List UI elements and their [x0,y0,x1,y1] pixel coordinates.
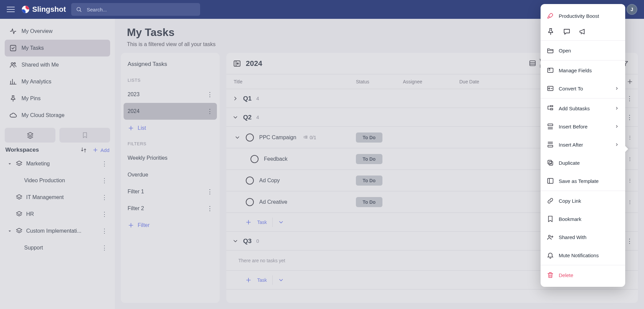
filters-header: FILTERS [124,137,217,150]
filter-1[interactable]: Filter 1 ⋮ [124,183,217,200]
svg-point-5 [11,63,13,65]
workspace-marketing[interactable]: Marketing ⋮ [5,155,110,172]
workspace-label: Video Production [24,178,65,184]
ctx-duplicate[interactable]: Duplicate [541,154,625,172]
chevron-down-icon[interactable] [278,277,284,283]
status-circle[interactable] [246,177,254,185]
pin-icon[interactable] [547,28,555,36]
workspace-custom-implementation[interactable]: Custom Implementati... ⋮ [5,223,110,239]
nav-my-overview[interactable]: My Overview [5,23,110,40]
workspace-label: Custom Implementati... [26,228,82,234]
svg-rect-13 [548,145,553,147]
ctx-convert-to[interactable]: Convert To [541,79,625,98]
status-chip[interactable]: To Do [356,154,382,164]
nav-my-pins[interactable]: My Pins [5,90,110,107]
menu-toggle[interactable] [7,5,16,14]
status-chip[interactable]: To Do [356,176,382,186]
more-icon[interactable]: ⋮ [207,205,213,212]
more-icon[interactable]: ⋮ [207,108,213,115]
task-title: Ad Creative [259,199,287,205]
ctx-insert-before[interactable]: Insert Before [541,117,625,136]
sort-icon[interactable] [80,147,87,153]
sidebar-layers-button[interactable] [5,128,55,143]
chevron-down-icon[interactable] [234,134,240,141]
more-icon[interactable]: ⋮ [207,91,213,98]
nav-label: My Tasks [21,45,44,51]
filter-overdue[interactable]: Overdue [124,166,217,183]
workspace-support[interactable]: Support ⋮ [5,239,110,256]
svg-point-1 [25,8,27,10]
activity-icon [9,28,17,35]
trash-icon [547,271,554,279]
search-input[interactable] [86,6,195,13]
layers-icon [15,194,23,201]
ctx-label: Copy Link [559,198,581,204]
ctx-manage-fields[interactable]: Manage Fields [541,61,625,79]
nav-my-cloud-storage[interactable]: My Cloud Storage [5,107,110,124]
add-workspace-button[interactable]: Add [92,147,109,153]
more-icon[interactable]: ⋮ [207,188,213,195]
nav-my-tasks[interactable]: My Tasks [5,40,110,56]
workspaces-heading: Workspaces [5,147,39,153]
add-filter-button[interactable]: Filter [124,217,217,234]
workspace-it-management[interactable]: IT Management ⋮ [5,189,110,206]
ctx-open[interactable]: Open [541,41,625,60]
status-chip[interactable]: To Do [356,132,382,143]
ctx-mute-notifications[interactable]: Mute Notifications [541,246,625,264]
sidebar-bookmark-button[interactable] [59,128,110,143]
global-search[interactable] [71,3,200,16]
workspace-hr[interactable]: HR ⋮ [5,206,110,223]
brand-logo[interactable]: Slingshot [21,5,66,14]
lists-header: LISTS [124,73,217,86]
shared-icon [547,233,554,241]
section-count: 4 [256,95,259,101]
ctx-save-as-template[interactable]: Save as Template [541,172,625,190]
more-icon[interactable]: ⋮ [627,114,633,121]
more-icon[interactable]: ⋮ [101,210,107,218]
nav-shared-with-me[interactable]: Shared with Me [5,56,110,73]
ctx-insert-after[interactable]: Insert After [541,136,625,154]
task-title: Feedback [264,156,287,162]
col-due: Due Date [459,79,526,84]
more-icon[interactable]: ⋮ [101,177,107,184]
ctx-copy-link[interactable]: Copy Link [541,192,625,210]
megaphone-icon[interactable] [579,28,587,36]
ctx-productivity-boost[interactable]: Productivity Boost [541,7,625,25]
ctx-add-subtasks[interactable]: Add Subtasks [541,99,625,117]
layers-icon [15,160,23,167]
collapse-panel-icon[interactable] [233,60,241,68]
ctx-delete[interactable]: Delete [541,266,625,284]
add-task-label: Task [257,277,267,283]
more-icon[interactable]: ⋮ [101,244,107,252]
chevron-down-icon [7,229,12,233]
filter-label: Weekly Priorities [128,155,168,161]
more-icon[interactable]: ⋮ [627,95,633,102]
ctx-shared-with[interactable]: Shared With [541,228,625,246]
more-icon[interactable]: ⋮ [101,160,107,167]
status-circle[interactable] [246,198,254,206]
user-avatar[interactable]: J [627,4,637,15]
status-circle[interactable] [250,155,259,163]
status-chip[interactable]: To Do [356,197,382,207]
more-icon[interactable]: ⋮ [101,227,107,235]
status-circle[interactable] [246,133,254,142]
chevron-down-icon[interactable] [278,219,284,225]
list-2024[interactable]: 2024 ⋮ [124,103,217,120]
list-view-icon [529,60,536,67]
svg-point-17 [549,235,551,237]
insert-after-icon [547,141,554,148]
nav-label: My Analytics [21,79,51,85]
ctx-label: Duplicate [559,160,580,166]
filter-weekly-priorities[interactable]: Weekly Priorities [124,150,217,166]
nav-label: Shared with Me [21,62,59,68]
ctx-bookmark[interactable]: Bookmark [541,210,625,228]
nav-my-analytics[interactable]: My Analytics [5,73,110,90]
workspace-video-production[interactable]: Video Production ⋮ [5,172,110,189]
more-icon[interactable]: ⋮ [101,194,107,201]
more-icon[interactable]: ⋮ [627,237,633,245]
comment-icon[interactable] [563,28,571,36]
plus-icon [245,219,252,226]
filter-2[interactable]: Filter 2 ⋮ [124,200,217,217]
list-2023[interactable]: 2023 ⋮ [124,86,217,103]
add-list-button[interactable]: List [124,120,217,137]
